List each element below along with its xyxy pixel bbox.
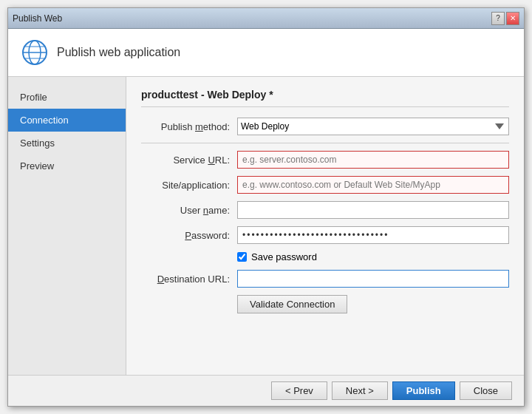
validate-connection-row: Validate Connection: [237, 295, 509, 313]
sidebar: Profile Connection Settings Preview: [8, 77, 126, 375]
save-password-row: Save password: [237, 251, 509, 262]
site-application-row: Site/application:: [141, 176, 509, 194]
service-url-label: Service URL:: [141, 155, 237, 166]
destination-url-label: Destination URL:: [141, 274, 237, 285]
password-row: Password:: [141, 226, 509, 244]
publish-method-row: Publish method: Web Deploy FTP File Syst…: [141, 118, 509, 135]
next-button[interactable]: Next >: [332, 381, 388, 400]
content-area: Profile Connection Settings Preview prod…: [8, 77, 524, 375]
save-password-checkbox[interactable]: [237, 252, 247, 262]
publish-method-select[interactable]: Web Deploy FTP File System: [237, 118, 509, 135]
window-title: Publish Web: [13, 13, 62, 24]
publish-web-window: Publish Web ? ✕ Publish web application …: [7, 7, 525, 407]
titlebar-buttons: ? ✕: [491, 12, 519, 25]
sidebar-item-profile[interactable]: Profile: [8, 86, 126, 109]
titlebar: Publish Web ? ✕: [8, 8, 524, 29]
sidebar-item-connection[interactable]: Connection: [8, 109, 126, 132]
header: Publish web application: [8, 29, 524, 77]
publish-method-label: Publish method:: [141, 121, 237, 132]
user-name-label: User name:: [141, 205, 237, 216]
close-button[interactable]: Close: [460, 381, 512, 400]
password-input[interactable]: [237, 226, 509, 244]
header-title: Publish web application: [57, 46, 180, 59]
password-label: Password:: [141, 230, 237, 241]
destination-url-input[interactable]: [237, 270, 509, 288]
save-password-label[interactable]: Save password: [251, 251, 317, 262]
site-application-label: Site/application:: [141, 180, 237, 191]
user-name-input[interactable]: [237, 201, 509, 219]
destination-url-row: Destination URL:: [141, 270, 509, 288]
publish-button[interactable]: Publish: [392, 381, 455, 400]
user-name-row: User name:: [141, 201, 509, 219]
sidebar-item-settings[interactable]: Settings: [8, 132, 126, 155]
validate-connection-button[interactable]: Validate Connection: [237, 295, 347, 313]
divider-1: [141, 143, 509, 143]
footer: < Prev Next > Publish Close: [8, 375, 524, 406]
prev-button[interactable]: < Prev: [271, 381, 327, 400]
sidebar-item-preview[interactable]: Preview: [8, 155, 126, 177]
help-button[interactable]: ?: [491, 12, 505, 25]
site-application-input[interactable]: [237, 176, 509, 194]
section-title: producttest - Web Deploy *: [141, 89, 509, 107]
window-close-button[interactable]: ✕: [506, 12, 519, 25]
main-content: producttest - Web Deploy * Publish metho…: [126, 77, 524, 375]
globe-icon: [21, 39, 48, 66]
service-url-input[interactable]: [237, 151, 509, 169]
service-url-row: Service URL:: [141, 151, 509, 169]
